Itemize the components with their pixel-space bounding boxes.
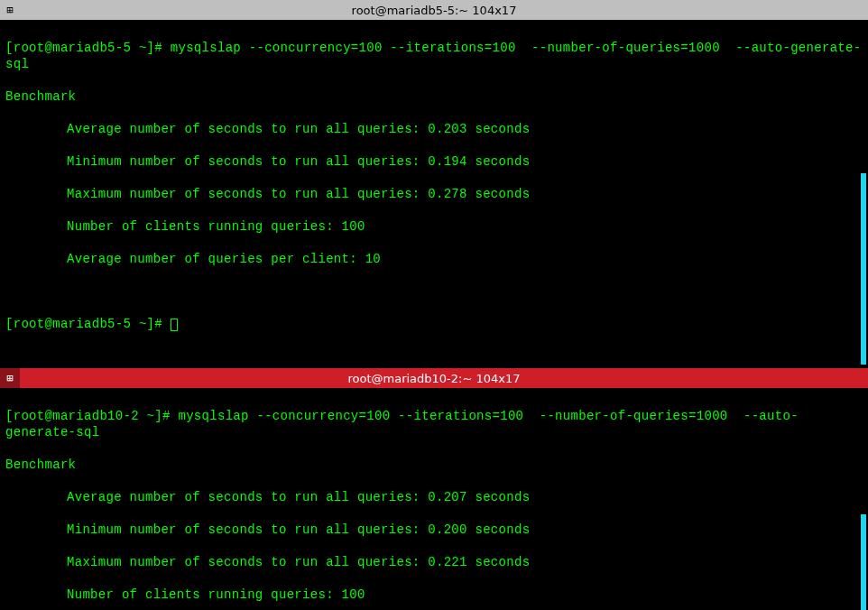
split-icon[interactable]: ⊞ bbox=[0, 0, 20, 20]
perclient-line-1: Average number of queries per client: 10 bbox=[5, 251, 863, 267]
benchmark-label-1: Benchmark bbox=[5, 88, 863, 105]
terminal-output-2[interactable]: [root@mariadb10-2 ~]# mysqlslap --concur… bbox=[0, 388, 868, 610]
clients-line-1: Number of clients running queries: 100 bbox=[5, 218, 863, 235]
benchmark-label-2: Benchmark bbox=[5, 457, 863, 473]
prompt-1: [root@mariadb5-5 ~]# bbox=[5, 41, 162, 55]
cursor-icon bbox=[171, 319, 178, 331]
avg-line-1: Average number of seconds to run all que… bbox=[5, 121, 863, 137]
max-line-1: Maximum number of seconds to run all que… bbox=[5, 186, 863, 202]
scrollbar-2[interactable] bbox=[861, 514, 866, 610]
clients-line-2: Number of clients running queries: 100 bbox=[5, 587, 863, 603]
terminal-pane-2[interactable]: [root@mariadb10-2 ~]# mysqlslap --concur… bbox=[0, 388, 868, 610]
window-title-2: root@mariadb10-2:~ 104x17 bbox=[0, 372, 868, 385]
prompt-2: [root@mariadb10-2 ~]# bbox=[5, 409, 171, 423]
min-line-2: Minimum number of seconds to run all que… bbox=[5, 522, 863, 538]
titlebar-pane-2[interactable]: ⊞ root@mariadb10-2:~ 104x17 bbox=[0, 368, 868, 388]
split-icon[interactable]: ⊞ bbox=[0, 368, 20, 388]
terminal-output-1[interactable]: [root@mariadb5-5 ~]# mysqlslap --concurr… bbox=[0, 20, 868, 368]
max-line-2: Maximum number of seconds to run all que… bbox=[5, 554, 863, 570]
titlebar-pane-1[interactable]: ⊞ root@mariadb5-5:~ 104x17 bbox=[0, 0, 868, 20]
prompt-1b: [root@mariadb5-5 ~]# bbox=[5, 317, 162, 331]
avg-line-2: Average number of seconds to run all que… bbox=[5, 489, 863, 505]
min-line-1: Minimum number of seconds to run all que… bbox=[5, 153, 863, 170]
scrollbar-1[interactable] bbox=[861, 173, 866, 365]
window-title-1: root@mariadb5-5:~ 104x17 bbox=[0, 4, 868, 17]
terminal-pane-1[interactable]: [root@mariadb5-5 ~]# mysqlslap --concurr… bbox=[0, 20, 868, 368]
